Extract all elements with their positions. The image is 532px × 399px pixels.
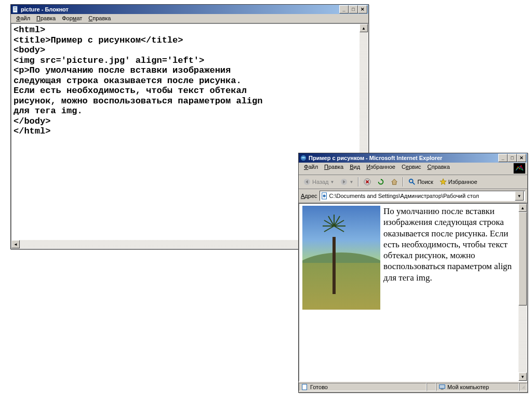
scroll-up-button[interactable]: ▲ (518, 204, 527, 212)
favorites-button[interactable]: Избранное (437, 176, 480, 188)
notepad-text[interactable]: <html> <title>Пример с рисунком</title> … (11, 24, 368, 138)
refresh-icon (377, 178, 384, 185)
ie-throbber (513, 163, 525, 174)
ie-toolbar: Назад ▼ ▼ Поиск Избранное (299, 175, 527, 189)
maximize-button[interactable]: □ (349, 5, 358, 14)
ie-window: Пример с рисунком - Microsoft Internet E… (298, 153, 528, 393)
svg-line-12 (413, 182, 415, 184)
scroll-up-button[interactable]: ▲ (360, 24, 368, 32)
search-button[interactable]: Поиск (406, 176, 435, 188)
ie-client: По умолчанию после вставки изображения с… (299, 203, 527, 381)
address-dropdown-button[interactable]: ▼ (515, 191, 524, 201)
forward-icon (340, 178, 348, 185)
menu-help[interactable]: Справка (85, 15, 114, 22)
svg-rect-16 (440, 385, 445, 389)
dropdown-arrow-icon: ▼ (349, 180, 353, 184)
notepad-titlebar[interactable]: picture - Блокнот _ □ ✕ (11, 5, 368, 14)
svg-point-11 (409, 179, 413, 183)
done-icon (301, 383, 309, 391)
menu-view[interactable]: Вид (347, 163, 363, 174)
address-label: Адрес (301, 193, 317, 199)
computer-icon (438, 383, 446, 391)
svg-rect-17 (441, 389, 443, 390)
svg-point-14 (323, 194, 325, 197)
ie-title: Пример с рисунком - Microsoft Internet E… (309, 155, 498, 161)
minimize-button[interactable]: _ (498, 154, 508, 162)
ie-icon (300, 154, 307, 162)
ie-addressbar: Адрес C:\Documents and Settings\Админист… (299, 189, 527, 203)
notepad-title: picture - Блокнот (21, 6, 339, 12)
home-button[interactable] (388, 176, 401, 188)
page-image (302, 206, 380, 310)
close-button[interactable]: ✕ (517, 154, 526, 162)
menu-help[interactable]: Справка (424, 163, 453, 174)
back-icon (303, 178, 311, 185)
address-value: C:\Documents and Settings\Администратор\… (329, 193, 479, 199)
back-button[interactable]: Назад ▼ (301, 176, 337, 188)
menu-format[interactable]: Формат (59, 15, 85, 22)
notepad-menubar: Файл Правка Формат Справка (11, 14, 368, 23)
scroll-thumb[interactable] (518, 212, 527, 305)
status-spacer (427, 383, 436, 391)
scroll-left-button[interactable]: ◄ (11, 240, 20, 248)
forward-button[interactable]: ▼ (338, 176, 356, 188)
ie-menubar: Файл Правка Вид Избранное Сервис Справка (299, 163, 527, 175)
refresh-button[interactable] (375, 176, 387, 188)
status-text: Готово (310, 384, 328, 390)
stop-button[interactable] (361, 176, 374, 188)
maximize-button[interactable]: □ (508, 154, 517, 162)
separator (403, 177, 404, 187)
resize-grip[interactable] (519, 383, 527, 391)
menu-favorites[interactable]: Избранное (363, 163, 398, 174)
ie-titlebar[interactable]: Пример с рисунком - Microsoft Internet E… (299, 153, 527, 163)
notepad-icon (12, 6, 19, 13)
svg-line-20 (524, 388, 525, 389)
close-button[interactable]: ✕ (358, 5, 367, 14)
menu-tools[interactable]: Сервис (398, 163, 424, 174)
zone-text: Мой компьютер (447, 384, 489, 390)
stop-icon (364, 178, 371, 185)
ie-statusbar: Готово Мой компьютер (299, 381, 527, 392)
menu-edit[interactable]: Правка (33, 15, 59, 22)
dropdown-arrow-icon: ▼ (330, 180, 335, 184)
svg-rect-15 (302, 384, 307, 390)
menu-file[interactable]: Файл (301, 163, 321, 174)
search-icon (408, 178, 416, 185)
menu-file[interactable]: Файл (13, 15, 33, 22)
svg-rect-0 (13, 6, 18, 12)
page-icon (321, 192, 328, 200)
menu-edit[interactable]: Правка (321, 163, 347, 174)
address-field[interactable]: C:\Documents and Settings\Администратор\… (320, 191, 526, 201)
star-icon (440, 178, 447, 185)
scroll-down-button[interactable]: ▼ (518, 373, 527, 381)
minimize-button[interactable]: _ (339, 5, 349, 14)
ie-page-content: По умолчанию после вставки изображения с… (299, 204, 518, 381)
page-text: По умолчанию после вставки изображения с… (383, 206, 512, 283)
scrollbar-vertical[interactable]: ▲ ▼ (518, 204, 527, 381)
separator (358, 177, 359, 187)
home-icon (391, 178, 398, 185)
scroll-track[interactable] (518, 305, 527, 373)
